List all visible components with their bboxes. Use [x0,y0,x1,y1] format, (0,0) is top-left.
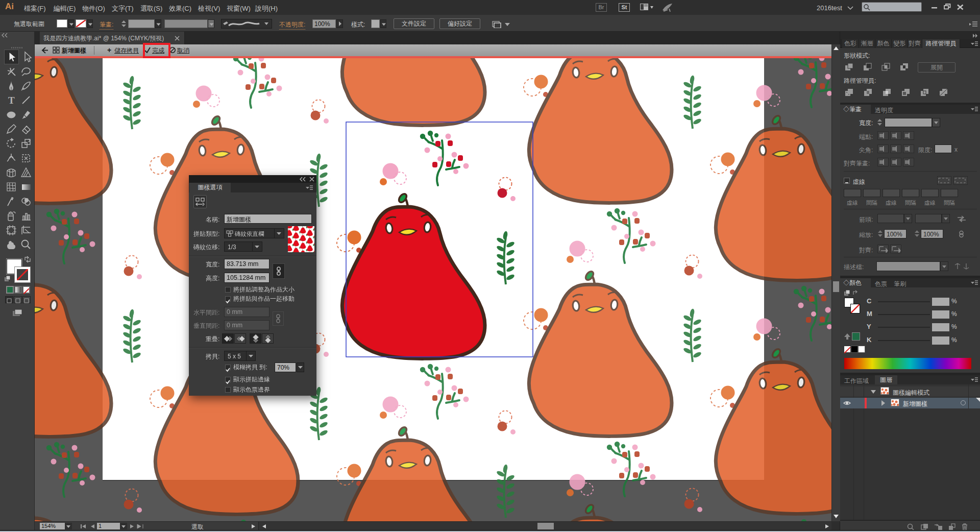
svg-text:T: T [8,95,15,106]
